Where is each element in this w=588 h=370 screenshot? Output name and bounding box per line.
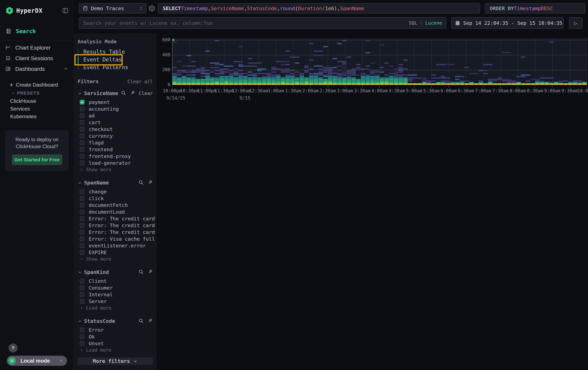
sidebar-item-chart-explorer[interactable]: Chart Explorer <box>0 42 74 53</box>
filter-option-server[interactable]: Server <box>78 298 153 305</box>
filter-option-load-generator[interactable]: load-generator <box>78 160 153 166</box>
filter-option-error-visa-cache-full[interactable]: Error: Visa cache full: … <box>78 236 153 242</box>
language-option-sql[interactable]: SQL <box>409 20 417 26</box>
checkbox-unchecked[interactable] <box>80 285 84 290</box>
checkbox-unchecked[interactable] <box>80 237 84 241</box>
filter-option-currency[interactable]: currency <box>78 132 153 139</box>
filter-option-expire[interactable]: EXPIRE <box>78 249 153 256</box>
filter-group-header-statuscode[interactable]: StatusCode <box>78 318 153 324</box>
checkbox-unchecked[interactable] <box>80 196 84 201</box>
filter-group-header-spankind[interactable]: SpanKind <box>78 269 153 275</box>
more-filters-button[interactable]: More filters <box>78 358 153 365</box>
filter-option-consumer[interactable]: Consumer <box>78 284 153 291</box>
collapse-sidebar-icon[interactable] <box>62 7 69 14</box>
checkbox-unchecked[interactable] <box>80 154 84 159</box>
analysis-mode-event-patterns[interactable]: Event Patterns <box>78 63 153 71</box>
filter-option-payment[interactable]: payment <box>78 99 153 106</box>
user-menu[interactable]: U Local mode <box>7 356 67 366</box>
get-started-button[interactable]: Get Started for Free <box>12 154 62 165</box>
run-query-button[interactable]: ▷ <box>569 17 583 29</box>
checkbox-unchecked[interactable] <box>80 160 84 165</box>
filter-option-documentload[interactable]: documentLoad <box>78 209 153 215</box>
filter-option-error-the-credit-card[interactable]: Error: The credit card (… <box>78 222 153 229</box>
checkbox-unchecked[interactable] <box>80 216 84 221</box>
filter-group-header-servicename[interactable]: ServiceNameClear <box>78 90 153 97</box>
checkbox-unchecked[interactable] <box>80 120 84 125</box>
checkbox-unchecked[interactable] <box>80 127 84 132</box>
checkbox-unchecked[interactable] <box>80 107 84 111</box>
load-more-link-spankind[interactable]: Load more <box>78 305 153 311</box>
checkbox-unchecked[interactable] <box>80 299 84 304</box>
sidebar-item-clickhouse[interactable]: ClickHouse <box>0 97 74 105</box>
facet-pin-icon[interactable] <box>147 180 153 186</box>
user-mode-label: Local mode <box>21 358 50 364</box>
show-more-link-spanname[interactable]: Show more <box>78 256 153 262</box>
facet-search-icon[interactable] <box>138 269 144 275</box>
facet-search-icon[interactable] <box>138 180 144 186</box>
filter-option-flagd[interactable]: flagd <box>78 139 153 146</box>
filter-option-client[interactable]: Client <box>78 278 153 284</box>
checkbox-unchecked[interactable] <box>80 243 84 248</box>
filter-option-ok[interactable]: Ok <box>78 333 153 340</box>
filter-option-internal[interactable]: Internal <box>78 291 153 298</box>
filter-option-error-the-credit-card[interactable]: Error: The credit card (… <box>78 229 153 236</box>
filter-option-accounting[interactable]: accounting <box>78 106 153 112</box>
checkbox-unchecked[interactable] <box>80 113 84 118</box>
help-button[interactable]: ? <box>8 343 18 353</box>
filter-option-change[interactable]: change <box>78 188 153 195</box>
filter-option-eventlistener-error[interactable]: eventListener.error <box>78 242 153 249</box>
checkbox-unchecked[interactable] <box>80 210 84 214</box>
clear-all-filters-link[interactable]: Clear all <box>127 79 153 84</box>
checkbox-checked[interactable] <box>80 100 84 105</box>
facet-search-icon[interactable] <box>121 90 126 96</box>
filter-option-unset[interactable]: Unset <box>78 340 153 347</box>
checkbox-unchecked[interactable] <box>80 341 84 346</box>
sidebar-item-services[interactable]: Services <box>0 105 74 113</box>
checkbox-unchecked[interactable] <box>80 334 84 339</box>
sql-select-editor[interactable]: SELECT Timestamp, ServiceName, StatusCod… <box>158 3 480 13</box>
source-settings-gear-icon[interactable] <box>148 5 155 12</box>
checkbox-unchecked[interactable] <box>80 133 84 138</box>
data-source-select[interactable]: Demo Traces <box>79 3 146 13</box>
date-range-picker[interactable]: Sep 14 22:04:35 - Sep 15 10:04:35 <box>451 17 564 29</box>
sidebar-item-client-sessions[interactable]: Client Sessions <box>0 53 74 64</box>
checkbox-unchecked[interactable] <box>80 250 84 255</box>
analysis-mode-event-deltas[interactable]: Event Deltas <box>78 56 153 63</box>
filter-option-frontend-proxy[interactable]: frontend-proxy <box>78 153 153 160</box>
facet-pin-icon[interactable] <box>130 90 135 96</box>
presets-toggle[interactable]: PRESETS <box>0 89 74 97</box>
sidebar-item-kubernetes[interactable]: Kubernetes <box>0 113 74 120</box>
create-dashboard-button[interactable]: + Create Dashboard <box>0 80 74 89</box>
language-option-lucene[interactable]: Lucene <box>425 20 442 26</box>
filter-option-documentfetch[interactable]: documentFetch <box>78 202 153 209</box>
checkbox-unchecked[interactable] <box>80 189 84 194</box>
show-more-link-servicename[interactable]: Show more <box>78 166 153 173</box>
checkbox-unchecked[interactable] <box>80 230 84 235</box>
checkbox-unchecked[interactable] <box>80 279 84 283</box>
analysis-mode-results-table[interactable]: Results Table <box>78 48 153 56</box>
checkbox-unchecked[interactable] <box>80 328 84 332</box>
filter-option-ad[interactable]: ad <box>78 112 153 119</box>
checkbox-unchecked[interactable] <box>80 140 84 145</box>
filter-option-checkout[interactable]: checkout <box>78 126 153 132</box>
search-input[interactable]: Search your events w/ Lucene ex. column:… <box>79 17 446 29</box>
checkbox-unchecked[interactable] <box>80 292 84 297</box>
filter-option-error-the-credit-card[interactable]: Error: The credit card (… <box>78 215 153 222</box>
filter-option-click[interactable]: click <box>78 195 153 202</box>
load-more-link-statuscode[interactable]: Load more <box>78 347 153 353</box>
sql-orderby-editor[interactable]: ORDER BY Timestamp DESC <box>485 3 585 13</box>
facet-clear-link[interactable]: Clear <box>139 90 153 96</box>
filter-option-frontend[interactable]: frontend <box>78 146 153 153</box>
checkbox-unchecked[interactable] <box>80 223 84 228</box>
filter-group-header-spanname[interactable]: SpanName <box>78 180 153 186</box>
heatmap-plot-area[interactable] <box>172 38 587 85</box>
facet-pin-icon[interactable] <box>147 318 153 324</box>
filter-option-cart[interactable]: cart <box>78 119 153 126</box>
checkbox-unchecked[interactable] <box>80 147 84 152</box>
sidebar-item-dashboards[interactable]: Dashboards <box>0 64 74 74</box>
facet-search-icon[interactable] <box>138 318 144 324</box>
filter-option-error[interactable]: Error <box>78 327 153 333</box>
sidebar-item-search[interactable]: Search <box>0 26 74 37</box>
facet-pin-icon[interactable] <box>147 269 153 275</box>
checkbox-unchecked[interactable] <box>80 203 84 208</box>
